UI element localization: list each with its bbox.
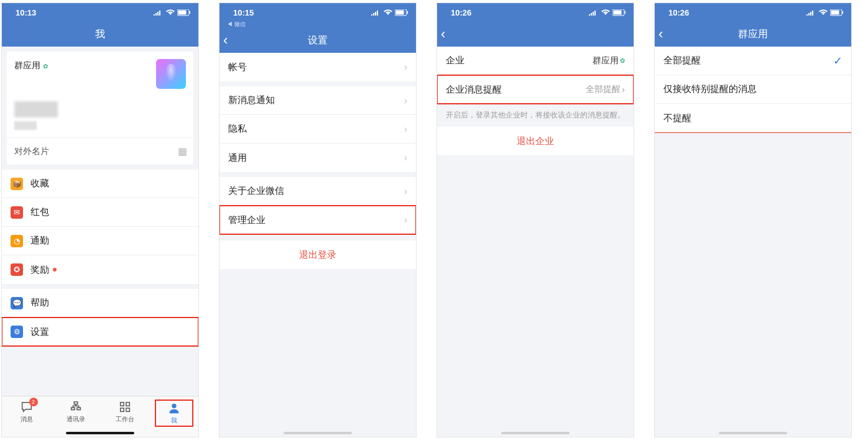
- menu-hongbao[interactable]: ✉ 红包: [2, 198, 198, 227]
- gear-icon: ⚙: [11, 326, 23, 338]
- status-bar: 10:26: [655, 3, 851, 22]
- back-button[interactable]: ‹: [223, 32, 228, 48]
- svg-rect-12: [614, 10, 622, 14]
- logout-button[interactable]: 退出登录: [219, 240, 416, 269]
- menu-attendance[interactable]: ◔ 通勤: [2, 227, 198, 255]
- back-button[interactable]: ‹: [658, 26, 663, 42]
- menu-settings[interactable]: ⚙ 设置: [2, 317, 198, 346]
- user-name-blurred: [14, 101, 58, 117]
- tab-contacts[interactable]: 通讯录: [57, 400, 95, 424]
- nav-header: ‹ 设置: [219, 28, 416, 53]
- nav-header: ‹ 群应用: [655, 22, 851, 47]
- status-indicators: [154, 9, 191, 16]
- svg-rect-6: [120, 408, 124, 412]
- content-area: 全部提醒 ✓ 仅接收特别提醒的消息 不提醒: [655, 47, 851, 437]
- envelope-icon: ✉: [11, 206, 23, 219]
- status-indicators: [371, 9, 409, 16]
- quit-enterprise-button[interactable]: 退出企业: [437, 127, 634, 155]
- menu-help[interactable]: 💬 帮助: [2, 289, 198, 317]
- content-area: 帐号 › 新消息通知 › 隐私 › 通用 › 关于企业微信 ›: [219, 53, 416, 437]
- annotation-arrow: [114, 386, 188, 396]
- status-time: 10:13: [16, 8, 36, 17]
- chevron-right-icon: ›: [404, 95, 407, 106]
- row-enterprise-notify[interactable]: 企业消息提醒 全部提醒 ›: [437, 75, 634, 104]
- tab-bar: 2 消息 通讯录 工作台 我: [2, 396, 198, 437]
- row-account[interactable]: 帐号 ›: [219, 53, 416, 81]
- chevron-right-icon: ›: [404, 152, 407, 163]
- status-time: 10:26: [668, 8, 689, 17]
- svg-rect-5: [126, 403, 129, 406]
- chevron-right-icon: ›: [622, 84, 625, 94]
- avatar: [156, 59, 186, 89]
- home-indicator: [284, 432, 352, 434]
- tab-workbench[interactable]: 工作台: [106, 400, 144, 424]
- check-icon: ✓: [833, 54, 843, 68]
- svg-rect-4: [120, 403, 124, 406]
- qr-icon: ▦: [178, 145, 186, 157]
- svg-rect-16: [843, 11, 844, 14]
- status-bar: 10:13: [2, 3, 198, 22]
- box-icon: 📦: [11, 178, 23, 190]
- page-title: 我: [95, 28, 105, 41]
- svg-rect-1: [178, 10, 187, 14]
- chevron-right-icon: ›: [404, 214, 407, 226]
- row-general[interactable]: 通用 ›: [219, 144, 416, 172]
- content-area: 群应用 ✿ 对外名片 ▦ 📦 收藏 ✉ 红包 ◔ 通勤: [2, 47, 198, 396]
- svg-rect-9: [396, 10, 404, 14]
- status-bar: 10:15: [219, 3, 416, 22]
- status-time: 10:15: [233, 8, 254, 17]
- medal-icon: ✪: [11, 263, 23, 276]
- svg-rect-7: [126, 408, 129, 412]
- tab-messages[interactable]: 2 消息: [8, 400, 45, 424]
- external-card-row[interactable]: 对外名片 ▦: [7, 137, 193, 165]
- nav-header: 我: [2, 22, 198, 47]
- profile-card[interactable]: 群应用 ✿ 对外名片 ▦: [7, 52, 193, 165]
- option-special[interactable]: 仅接收特别提醒的消息: [655, 75, 851, 104]
- svg-rect-15: [831, 10, 839, 14]
- badge: 2: [29, 398, 38, 406]
- svg-rect-2: [190, 11, 191, 14]
- nav-header: ‹: [437, 22, 634, 47]
- verified-icon: ✿: [620, 57, 625, 64]
- unread-dot: [53, 268, 57, 272]
- menu-favorites[interactable]: 📦 收藏: [2, 170, 198, 198]
- return-to-app[interactable]: ◀ 微信: [219, 21, 416, 28]
- clock-icon: ◔: [11, 235, 23, 247]
- home-indicator: [66, 432, 134, 434]
- chevron-right-icon: ›: [404, 124, 407, 135]
- home-indicator: [501, 432, 570, 434]
- row-manage-enterprise[interactable]: 管理企业 ›: [219, 206, 416, 234]
- status-indicators: [589, 9, 626, 16]
- home-indicator: [719, 432, 787, 434]
- svg-rect-13: [625, 11, 626, 14]
- user-sub-blurred: [14, 121, 37, 130]
- chevron-right-icon: ›: [404, 186, 407, 197]
- tab-me[interactable]: 我: [155, 400, 193, 426]
- verified-icon: ✿: [43, 63, 48, 70]
- row-newmsg[interactable]: 新消息通知 ›: [219, 86, 416, 115]
- row-privacy[interactable]: 隐私 ›: [219, 115, 416, 144]
- status-indicators: [806, 9, 844, 16]
- status-time: 10:26: [451, 8, 471, 17]
- back-button[interactable]: ‹: [441, 26, 445, 42]
- menu-reward[interactable]: ✪ 奖励: [2, 255, 198, 284]
- chevron-right-icon: ›: [404, 62, 407, 73]
- page-title: 群应用: [738, 28, 768, 41]
- helper-text: 开启后，登录其他企业时，将接收该企业的消息提醒。: [437, 104, 634, 127]
- option-all[interactable]: 全部提醒 ✓: [655, 47, 851, 75]
- row-about[interactable]: 关于企业微信 ›: [219, 177, 416, 206]
- chat-icon: 💬: [11, 297, 23, 309]
- status-bar: 10:26: [437, 3, 634, 22]
- svg-rect-10: [407, 11, 409, 14]
- option-none[interactable]: 不提醒: [655, 104, 851, 132]
- row-enterprise[interactable]: 企业 群应用 ✿: [437, 47, 634, 75]
- page-title: 设置: [308, 34, 328, 47]
- content-area: 企业 群应用 ✿ 企业消息提醒 全部提醒 › 开启后，登录其他企业时，将接收该企…: [437, 47, 634, 437]
